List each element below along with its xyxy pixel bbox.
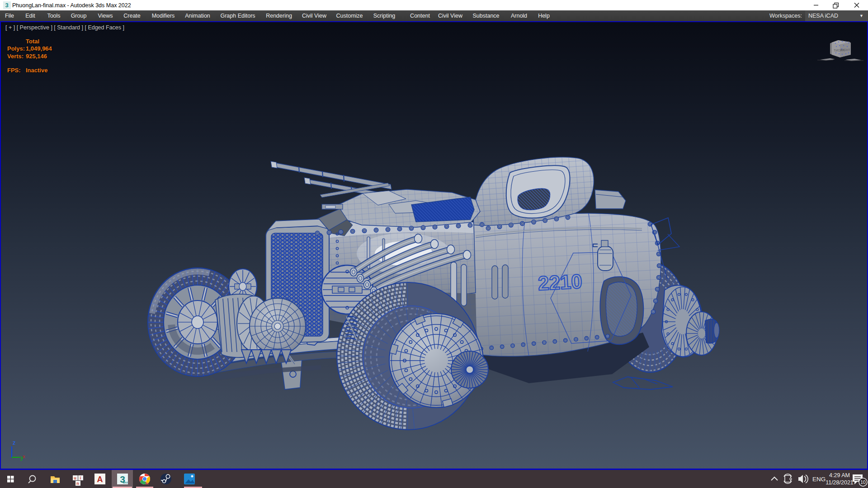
svg-text:10: 10 <box>860 479 866 485</box>
svg-text:u: u <box>74 476 76 480</box>
svg-text:x: x <box>23 454 25 459</box>
svg-text:n: n <box>76 481 79 486</box>
svg-text:i: i <box>80 476 81 480</box>
svg-text:z: z <box>13 439 16 446</box>
svg-text:3: 3 <box>5 2 8 9</box>
svg-text:A: A <box>97 475 103 484</box>
svg-text:2210: 2210 <box>538 270 583 294</box>
svg-text:MAX: MAX <box>123 481 128 484</box>
